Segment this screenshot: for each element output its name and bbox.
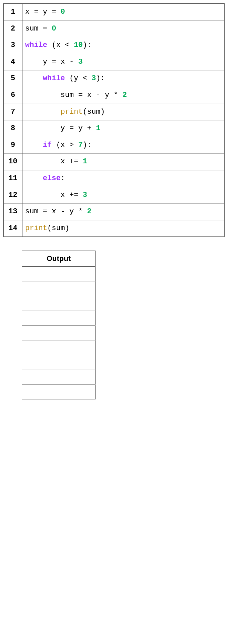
code-row: 11 else: (4, 170, 224, 187)
code-line: x = y = 0 (22, 4, 224, 20)
code-line: y = y + 1 (22, 120, 224, 137)
line-number: 8 (4, 120, 22, 137)
line-number: 5 (4, 70, 22, 87)
code-row: 1 x = y = 0 (4, 4, 224, 20)
code-row: 9 if (x > 7): (4, 137, 224, 154)
code-line: else: (22, 170, 224, 187)
output-row (22, 355, 96, 370)
output-cell (22, 385, 96, 399)
output-row (22, 281, 96, 296)
line-number: 12 (4, 187, 22, 204)
code-line: x += 3 (22, 187, 224, 204)
line-number: 11 (4, 170, 22, 187)
code-line: sum = x - y * 2 (22, 204, 224, 220)
line-number: 13 (4, 204, 22, 220)
code-row: 5 while (y < 3): (4, 70, 224, 87)
code-row: 14 print(sum) (4, 220, 224, 237)
code-row: 3 while (x < 10): (4, 37, 224, 54)
code-row: 7 print(sum) (4, 104, 224, 120)
line-number: 7 (4, 104, 22, 120)
output-row (22, 385, 96, 399)
line-number: 14 (4, 220, 22, 237)
code-line: sum = x - y * 2 (22, 87, 224, 104)
line-number: 2 (4, 20, 22, 37)
line-number: 6 (4, 87, 22, 104)
code-line: sum = 0 (22, 20, 224, 37)
output-row (22, 296, 96, 311)
output-cell (22, 355, 96, 370)
line-number: 9 (4, 137, 22, 154)
code-row: 10 x += 1 (4, 154, 224, 170)
code-row: 13 sum = x - y * 2 (4, 204, 224, 220)
code-line: print(sum) (22, 104, 224, 120)
code-row: 12 x += 3 (4, 187, 224, 204)
output-row (22, 326, 96, 340)
output-header: Output (22, 251, 96, 267)
line-number: 10 (4, 154, 22, 170)
line-number: 1 (4, 4, 22, 20)
output-cell (22, 296, 96, 311)
output-cell (22, 267, 96, 281)
code-row: 2 sum = 0 (4, 20, 224, 37)
output-cell (22, 370, 96, 385)
code-line: y = x - 3 (22, 54, 224, 70)
code-line: x += 1 (22, 154, 224, 170)
code-line: while (x < 10): (22, 37, 224, 54)
output-row (22, 340, 96, 355)
output-row (22, 370, 96, 385)
code-row: 4 y = x - 3 (4, 54, 224, 70)
code-row: 8 y = y + 1 (4, 120, 224, 137)
output-cell (22, 311, 96, 326)
line-number: 4 (4, 54, 22, 70)
output-row (22, 311, 96, 326)
code-line: while (y < 3): (22, 70, 224, 87)
output-cell (22, 326, 96, 340)
output-cell (22, 281, 96, 296)
output-cell (22, 340, 96, 355)
output-row (22, 267, 96, 281)
line-number: 3 (4, 37, 22, 54)
code-line: print(sum) (22, 220, 224, 237)
code-table: 1 x = y = 0 2 sum = 0 3 while (x < 10): … (3, 3, 225, 237)
output-table: Output (22, 251, 96, 399)
code-line: if (x > 7): (22, 137, 224, 154)
code-row: 6 sum = x - y * 2 (4, 87, 224, 104)
